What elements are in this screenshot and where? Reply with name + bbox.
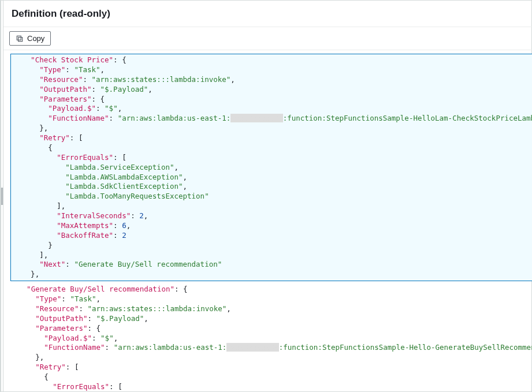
- definition-title: Definition (read-only): [12, 8, 110, 20]
- svg-rect-10: [18, 37, 23, 41]
- definition-panel: Definition (read-only) Definition › Copy…: [3, 1, 532, 391]
- code-highlight-block: "Check Stock Price": { "Type": "Task", "…: [10, 54, 532, 281]
- code-viewer[interactable]: "Check Stock Price": { "Type": "Task", "…: [3, 50, 532, 391]
- svg-rect-11: [17, 36, 21, 40]
- copy-button[interactable]: Copy: [9, 31, 51, 46]
- copy-label: Copy: [27, 34, 44, 43]
- copy-icon: [16, 35, 24, 43]
